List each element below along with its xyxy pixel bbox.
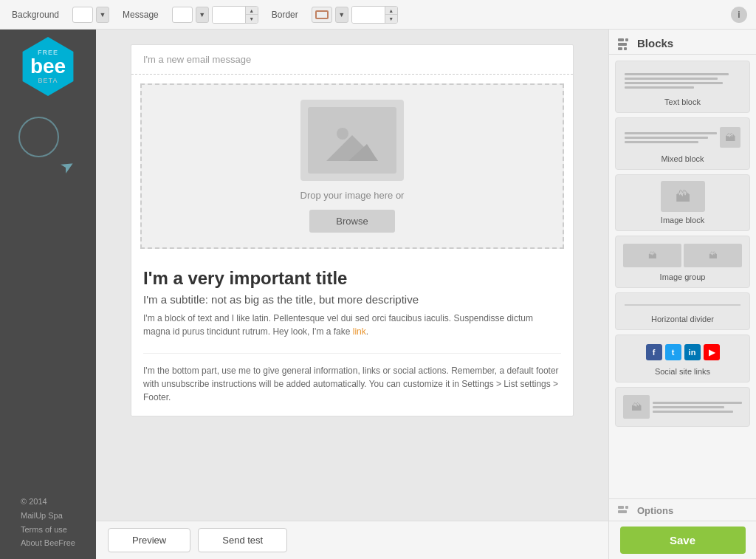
divider-line	[625, 304, 740, 306]
message-width-down[interactable]: ▼	[246, 15, 258, 23]
message-width-input[interactable]: 600	[213, 7, 245, 23]
youtube-icon-thumb: ▶	[704, 344, 720, 360]
border-width-input[interactable]: 0	[352, 7, 385, 23]
mixed-thumb-text	[625, 132, 717, 143]
thumb-line	[625, 86, 694, 89]
send-test-button[interactable]: Send test	[198, 528, 287, 552]
image-placeholder	[300, 100, 404, 181]
background-label: Background	[12, 10, 59, 20]
ig-cell: 🏔	[623, 244, 681, 267]
thumb-line	[653, 411, 733, 413]
options-icon	[618, 506, 631, 516]
sidebar-decoration: ➤	[18, 117, 78, 176]
sidebar-footer: © 2014 MailUp Spa Terms of use About Bee…	[12, 486, 84, 559]
text-block-thumb	[622, 67, 743, 94]
block-label-social: Social site links	[655, 367, 710, 376]
body-text-content: I'm a block of text and I like latin. Pe…	[143, 313, 533, 337]
options-panel-title: Options	[609, 498, 756, 521]
block-label-mixed: Mixed block	[661, 154, 704, 163]
save-button[interactable]: Save	[620, 527, 746, 554]
message-color-swatch[interactable]	[172, 7, 193, 23]
block-item-image[interactable]: 🏔 Image block	[615, 174, 750, 231]
block-item-social[interactable]: f t in ▶ Social site links	[615, 335, 750, 383]
email-image-block[interactable]: Drop your image here or Browse	[140, 83, 564, 249]
deco-arrow: ➤	[57, 154, 78, 178]
message-width-up[interactable]: ▲	[246, 7, 258, 15]
browse-button[interactable]: Browse	[309, 210, 394, 233]
block-item-text[interactable]: Text block	[615, 61, 750, 113]
save-row: Save	[608, 521, 756, 559]
border-width-down[interactable]: ▼	[385, 15, 397, 23]
blocks-panel-title: Blocks	[609, 30, 756, 55]
partial-thumb: 🏔	[622, 394, 743, 420]
linkedin-icon-thumb: in	[684, 344, 701, 360]
block-label-image: Image block	[661, 216, 704, 224]
thumb-line	[625, 137, 708, 139]
border-dropdown-arrow[interactable]: ▼	[335, 7, 348, 23]
preview-button[interactable]: Preview	[108, 528, 190, 552]
info-button[interactable]: i	[731, 7, 747, 23]
message-width-spinners: ▲ ▼	[245, 7, 258, 23]
border-style-swatch[interactable]	[312, 7, 332, 23]
logo-bee-text: bee	[30, 56, 66, 77]
block-label-image-group: Image group	[660, 272, 706, 281]
social-thumb: f t in ▶	[622, 341, 743, 363]
blocks-title-label: Blocks	[637, 37, 673, 49]
message-dropdown-arrow[interactable]: ▼	[196, 7, 209, 23]
block-item-divider[interactable]: Horizontal divider	[615, 292, 750, 330]
border-input-group: ▼ 0 ▲ ▼	[312, 6, 398, 24]
image-placeholder-inner	[308, 107, 396, 174]
email-footer-block: I'm the bottom part, use me to give gene…	[143, 353, 561, 404]
border-swatch-inner	[315, 10, 329, 19]
logo-beta-text: BETA	[38, 77, 58, 84]
block-item-mixed[interactable]: 🏔 Mixed block	[615, 117, 750, 170]
partial-lines	[653, 395, 742, 419]
background-color-swatch[interactable]	[72, 7, 93, 23]
thumb-line	[625, 78, 718, 80]
bottom-bar: Preview Send test	[96, 521, 608, 559]
border-label: Border	[272, 10, 298, 20]
thumb-line	[625, 82, 723, 84]
right-panel-inner: Blocks Text block	[608, 30, 756, 521]
email-subject: I'm a new email message	[131, 45, 573, 75]
border-width-spinners: ▲ ▼	[385, 7, 397, 23]
canvas-column: I'm a new email message	[96, 30, 608, 559]
sidebar-left: FREE bee BETA ➤ © 2014 MailUp Spa Terms …	[0, 30, 96, 559]
about-link[interactable]: About BeeFree	[21, 538, 75, 547]
svg-point-1	[337, 128, 348, 140]
mixed-block-thumb: 🏔	[622, 124, 743, 151]
border-width-wrap: 0 ▲ ▼	[351, 6, 398, 24]
block-item-image-group[interactable]: 🏔 🏔 Image group	[615, 236, 750, 288]
email-subtitle: I'm a subtitle: not as big as the title,…	[143, 293, 561, 306]
blocks-icon	[618, 38, 631, 49]
email-canvas: I'm a new email message	[131, 44, 574, 416]
image-group-thumb: 🏔 🏔	[622, 242, 743, 269]
image-block-thumb: 🏔	[661, 181, 705, 212]
options-title-label: Options	[637, 505, 673, 516]
background-dropdown-arrow[interactable]: ▼	[96, 7, 109, 23]
fake-link[interactable]: link	[353, 326, 366, 337]
image-block-thumb-wrap: 🏔	[661, 181, 705, 212]
footer-text: I'm the bottom part, use me to give gene…	[143, 366, 559, 402]
ig-cell: 🏔	[684, 244, 742, 267]
block-item-partial[interactable]: 🏔	[615, 387, 750, 427]
drop-text: Drop your image here or	[300, 190, 405, 201]
block-label-text: Text block	[664, 97, 701, 106]
company-text: MailUp Spa	[21, 509, 75, 523]
twitter-icon-thumb: t	[665, 344, 681, 360]
partial-img: 🏔	[623, 395, 650, 419]
email-body-text: I'm a block of text and I like latin. Pe…	[143, 312, 561, 338]
landscape-svg	[326, 120, 378, 161]
divider-thumb	[622, 299, 743, 311]
block-label-divider: Horizontal divider	[651, 315, 714, 323]
copyright-text: © 2014	[21, 495, 75, 509]
message-label: Message	[123, 10, 159, 20]
thumb-line	[625, 73, 729, 75]
thumb-line	[653, 406, 724, 408]
terms-link[interactable]: Terms of use	[21, 525, 67, 534]
email-title: I'm a very important title	[143, 268, 561, 289]
border-width-up[interactable]: ▲	[385, 7, 397, 15]
logo: FREE bee BETA	[18, 37, 78, 96]
blocks-list: Text block 🏔 Mixed block	[609, 55, 756, 498]
thumb-line	[625, 132, 717, 134]
